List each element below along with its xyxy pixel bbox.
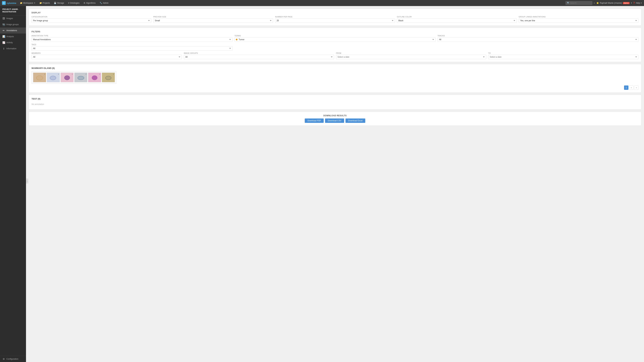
nav-admin[interactable]: 🔧 Admin [98,1,110,5]
search-box[interactable]: 🔍 [566,1,592,5]
mammary-title: MAMMARY-GLAND [32,67,52,69]
test-title: TEST [32,97,37,100]
sidebar-collapse-button[interactable]: ‹ [26,178,28,184]
annotation-thumb-6[interactable]: + [102,72,115,82]
sidebar-activity-label: Activity [6,41,13,44]
sidebar-image-groups-label: Image groups [6,23,18,26]
annotation-svg-4 [75,73,87,82]
nav-storage[interactable]: 💾 Storage [52,1,66,5]
mammary-gland-card: MAMMARY-GLAND (6) + + [29,64,641,93]
to-field: TO [488,52,638,59]
annotation-thumb-4[interactable]: + [74,72,88,82]
outline-color-field: OUTLINE COLOR Black White Term color [397,16,517,23]
tracks-select[interactable]: All [438,37,638,42]
prev-page-button[interactable]: ‹ [629,85,634,90]
sidebar: PROJECT: ANHIR-REGISTRATION 🖼 Images 📷 I… [0,6,26,362]
annotation-svg-6 [102,73,114,82]
image-groups-select[interactable]: All [184,55,334,59]
thumb-plus-3[interactable]: + [72,73,73,75]
nav-projects[interactable]: 📁 Projects [38,1,52,5]
image-groups-label: IMAGE GROUPS [184,52,334,54]
filters-top-row: ANNOTATION TYPE Manual Annotations Revie… [32,35,638,51]
group-linked-label: GROUP LINKED ANNOTATIONS [519,16,638,18]
number-per-page-select[interactable]: 10 25 50 100 [275,18,395,23]
annotation-type-select[interactable]: Manual Annotations Reviewed Annotations … [32,37,232,42]
sidebar-item-configuration[interactable]: ⚙ Configuration [0,356,26,362]
user-info[interactable]: ⭐ Raphaël Marée (rmaree) Admin ▼ [596,2,632,4]
tags-select[interactable]: All [32,46,232,51]
nav-algorithms[interactable]: ⚙ Algorithms [82,1,97,5]
thumb-plus-6[interactable]: + [113,73,114,75]
sidebar-item-activity[interactable]: 📈 Activity [0,39,26,45]
thumb-plus-5[interactable]: + [99,73,100,75]
sidebar-item-analysis[interactable]: 📊 Analysis [0,33,26,39]
to-date-input[interactable] [488,55,638,59]
members-select[interactable]: All [32,55,182,59]
annotations-icon: ✏ [2,29,5,32]
display-title: DISPLAY [32,11,638,14]
thumb-plus-2[interactable]: + [58,73,59,75]
display-grid: CATEGORIZATION Per image group Per image… [32,16,638,23]
admin-nav-label: Admin [103,2,108,4]
categorization-label: CATEGORIZATION [32,16,151,18]
categorization-select[interactable]: Per image group Per image Per term [32,18,151,23]
terms-select[interactable]: Tumor All [234,37,435,42]
download-title: DOWNLOAD RESULTS [32,114,638,117]
thumb-plus-4[interactable]: + [86,73,86,75]
sidebar-item-images[interactable]: 🖼 Images [0,15,26,21]
annotation-thumb-2[interactable]: + [47,72,60,82]
sidebar-item-image-groups[interactable]: 📷 Image groups [0,21,26,27]
user-star-icon: ⭐ [596,2,599,4]
image-groups-icon: 📷 [2,23,5,26]
download-csv-button[interactable]: Download CSV [325,118,344,123]
pagination: 1 ‹ › [32,85,638,90]
annotation-thumb-1[interactable]: + [33,72,46,82]
terms-field: TERMS Tumor All [234,35,435,42]
terms-wrapper: Tumor All [234,37,435,42]
preview-size-select[interactable]: Small Medium Large [153,18,273,23]
outline-color-select[interactable]: Black White Term color [397,18,517,23]
workspace-icon: 📁 [20,2,22,4]
download-pdf-button[interactable]: Download PDF [305,118,324,123]
sidebar-item-annotations[interactable]: ✏ Annotations [0,27,26,33]
filters-bottom-row: MEMBERS All IMAGE GROUPS All FROM TO [32,52,638,59]
download-section: DOWNLOAD RESULTS Download PDF Download C… [32,114,638,123]
mammary-count: (6) [52,67,55,69]
sidebar-item-information[interactable]: ℹ Information [0,45,26,52]
svg-point-3 [78,76,84,80]
page-1-button[interactable]: 1 [624,85,628,90]
nav-workspace[interactable]: 📁 Workspace ▼ [18,1,37,5]
from-date-input[interactable] [336,55,486,59]
search-input[interactable] [570,2,591,4]
search-plus-button[interactable]: + [593,2,596,4]
help-button[interactable]: ❓ Help ▼ [633,2,642,4]
projects-label: Projects [42,2,50,4]
next-page-button[interactable]: › [634,85,638,90]
download-excel-button[interactable]: Download Excel [346,118,365,123]
tracks-field: TRACKS All [438,35,638,42]
workspace-label: Workspace [23,2,33,4]
annotation-thumb-5[interactable]: + [88,72,101,82]
group-linked-field: GROUP LINKED ANNOTATIONS Yes, one per li… [519,16,638,23]
nav-ontologies[interactable]: # Ontologies [66,1,81,5]
sidebar-analysis-label: Analysis [6,35,14,38]
annotation-svg-5 [89,73,100,82]
annotation-type-field: ANNOTATION TYPE Manual Annotations Revie… [32,35,232,42]
tags-field: TAGS All [32,44,232,51]
svg-point-5 [106,76,111,80]
terms-label: TERMS [234,35,435,37]
preview-size-label: PREVIEW SIZE [153,16,273,18]
preview-size-field: PREVIEW SIZE Small Medium Large [153,16,273,23]
configuration-icon: ⚙ [2,358,5,360]
annotation-type-label: ANNOTATION TYPE [32,35,232,37]
svg-point-1 [50,76,56,80]
sidebar-annotations-label: Annotations [6,29,17,32]
no-annotation-label: No annotation [32,102,638,107]
thumb-plus-1[interactable]: + [44,73,45,75]
logo-icon: C [2,1,6,5]
tags-label: TAGS [32,44,232,45]
members-label: MEMBERS [32,52,182,54]
group-linked-select[interactable]: Yes, one per line No Yes, one per column [519,18,638,23]
app-logo[interactable]: C cytomine [2,1,16,5]
annotation-thumb-3[interactable]: + [60,72,74,82]
